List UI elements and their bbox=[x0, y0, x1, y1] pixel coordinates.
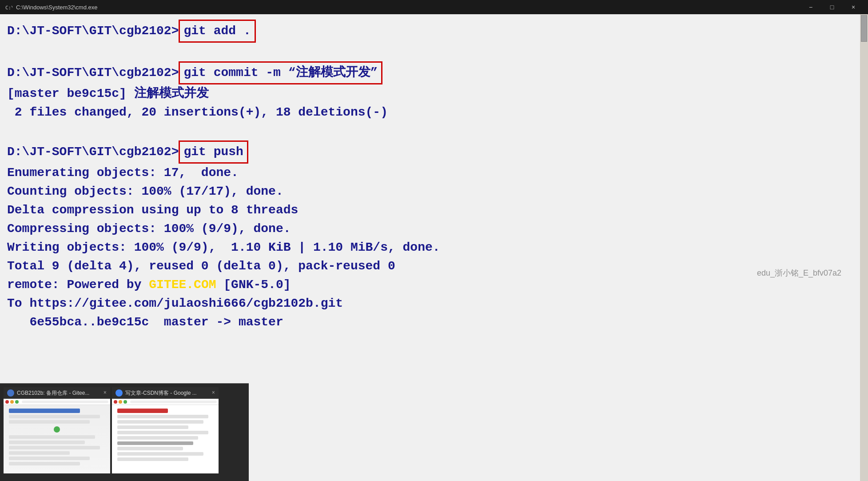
taskbar-thumbnail-area: CGB2102b: 备用仓库 - Gitee... × bbox=[0, 383, 249, 481]
cmd-box-1: git add . bbox=[179, 20, 255, 43]
close-button[interactable]: × bbox=[843, 0, 864, 14]
prompt-2: D:\JT-SOFT\GIT\cgb2102> bbox=[7, 66, 179, 80]
terminal-line-1: D:\JT-SOFT\GIT\cgb2102>git add . bbox=[7, 20, 861, 43]
gitee-brand: GITEE.COM bbox=[149, 278, 216, 292]
terminal-blank-1 bbox=[7, 43, 861, 61]
scrollbar-thumb[interactable] bbox=[861, 15, 867, 42]
terminal-line-12: remote: Powered by GITEE.COM [GNK-5.0] bbox=[7, 276, 861, 294]
prompt-1: D:\JT-SOFT\GIT\cgb2102> bbox=[7, 24, 179, 38]
terminal-line-8: Delta compression using up to 8 threads bbox=[7, 201, 861, 220]
minimize-button[interactable]: − bbox=[800, 0, 821, 14]
thumb-preview-2 bbox=[112, 399, 219, 473]
prompt-3: D:\JT-SOFT\GIT\cgb2102> bbox=[7, 145, 179, 159]
terminal-line-5: D:\JT-SOFT\GIT\cgb2102>git push bbox=[7, 140, 861, 164]
thumb-preview-1 bbox=[4, 399, 110, 473]
terminal-line-10: Writing objects: 100% (9/9), 1.10 KiB | … bbox=[7, 238, 861, 257]
thumb-header-2: 写文章-CSDN博客 - Google ... × bbox=[112, 387, 219, 399]
thumb-title-2: 写文章-CSDN博客 - Google ... bbox=[125, 389, 209, 397]
svg-text:C:\: C:\ bbox=[5, 5, 12, 11]
cmd-icon: C:\ bbox=[4, 3, 12, 11]
thumb-close-2[interactable]: × bbox=[212, 390, 215, 396]
terminal-line-7: Counting objects: 100% (17/17), done. bbox=[7, 182, 861, 201]
thumb-header-1: CGB2102b: 备用仓库 - Gitee... × bbox=[4, 387, 110, 399]
browser-icon-2 bbox=[115, 389, 123, 397]
terminal-line-11: Total 9 (delta 4), reused 0 (delta 0), p… bbox=[7, 257, 861, 276]
window-controls: − □ × bbox=[800, 0, 864, 14]
terminal-line-13: To https://gitee.com/julaoshi666/cgb2102… bbox=[7, 294, 861, 313]
terminal-line-9: Compressing objects: 100% (9/9), done. bbox=[7, 220, 861, 238]
watermark: edu_浙小铭_E_bfv07a2 bbox=[757, 268, 841, 278]
thumb-title-1: CGB2102b: 备用仓库 - Gitee... bbox=[17, 389, 101, 397]
browser-icon-1 bbox=[7, 389, 14, 397]
terminal-blank-2 bbox=[7, 122, 861, 140]
scrollbar[interactable] bbox=[860, 14, 868, 481]
taskbar-thumb-1[interactable]: CGB2102b: 备用仓库 - Gitee... × bbox=[4, 387, 110, 477]
cmd-window: C:\ C:\Windows\System32\cmd.exe − □ × D:… bbox=[0, 0, 868, 481]
window-title: C:\Windows\System32\cmd.exe bbox=[16, 4, 800, 11]
terminal-line-6: Enumerating objects: 17, done. bbox=[7, 164, 861, 182]
cmd-box-3: git push bbox=[179, 140, 248, 164]
thumb-close-1[interactable]: × bbox=[104, 390, 107, 396]
taskbar-thumb-2[interactable]: 写文章-CSDN博客 - Google ... × bbox=[112, 387, 219, 477]
terminal-line-3: [master be9c15c] 注解模式并发 bbox=[7, 84, 861, 103]
terminal-line-14: 6e55bca..be9c15c master -> master bbox=[7, 313, 861, 332]
terminal-line-2: D:\JT-SOFT\GIT\cgb2102>git commit -m “注解… bbox=[7, 61, 861, 84]
terminal-line-4: 2 files changed, 20 insertions(+), 18 de… bbox=[7, 103, 861, 122]
maximize-button[interactable]: □ bbox=[822, 0, 842, 14]
title-bar: C:\ C:\Windows\System32\cmd.exe − □ × bbox=[0, 0, 868, 14]
cmd-box-2: git commit -m “注解模式开发” bbox=[179, 61, 382, 84]
